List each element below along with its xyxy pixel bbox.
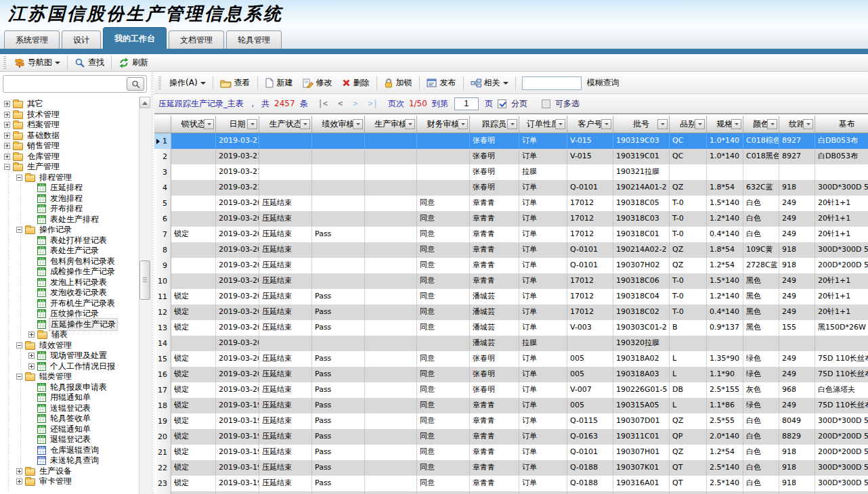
expand-plus-icon[interactable] (4, 112, 10, 118)
cell-财务审核[interactable]: 同意 (417, 460, 470, 476)
cell-批号[interactable]: 190214A01-2 (613, 180, 670, 196)
filter-dropdown-button[interactable] (695, 119, 705, 129)
last-page-button[interactable]: >| (368, 99, 377, 108)
tree-item-label[interactable]: 表处生产记录 (49, 245, 100, 256)
cell-财务审核[interactable] (417, 133, 470, 149)
cell-基布[interactable]: 200D*200D 52 (815, 429, 868, 445)
cell-绩效审核[interactable]: Pass (312, 227, 365, 242)
column-header-日期[interactable]: 日期 (216, 116, 259, 133)
cell-绩效审核[interactable]: Pass (312, 491, 365, 494)
cell-生产审核[interactable] (365, 460, 417, 476)
cell-财务审核[interactable]: 同意 (417, 227, 470, 242)
table-row[interactable]: 142019-03-20潘城芸拉膜190320拉膜 (154, 336, 868, 351)
cell-日期[interactable]: 2019-03-19 (216, 460, 259, 476)
cell-规格[interactable]: 1.0*140 (707, 133, 743, 149)
table-row[interactable]: 62019-03-20压延结束同意章青青订单17012190318C03T-01… (154, 211, 868, 227)
first-page-button[interactable]: |< (318, 99, 328, 108)
cell-颜色[interactable]: 白色 (743, 460, 779, 476)
cell-生产状态[interactable]: 压延结束 (259, 429, 312, 445)
tree-item-label[interactable]: 送辊登记表 (49, 403, 92, 414)
tree-item-送辊登记表[interactable]: 送辊登记表 (0, 403, 150, 414)
cell-基布[interactable]: 20针1+1 (815, 211, 868, 227)
cell-规格[interactable]: 1.2*54 (707, 445, 743, 460)
cell-批号[interactable]: 190226G01-5 (613, 382, 670, 398)
tree-item-包料房包料记录表[interactable]: 包料房包料记录表 (0, 256, 150, 267)
tree-item-发泡收卷记录表[interactable]: 发泡收卷记录表 (0, 288, 150, 298)
tree-item-label[interactable]: 发泡排程 (49, 193, 84, 204)
tree-item-label[interactable]: 发泡上料记录表 (49, 277, 108, 288)
cell-客户号[interactable]: Q-0163 (567, 429, 613, 445)
cell-颜色[interactable]: 2728C蓝 (743, 258, 779, 273)
row-number-cell[interactable]: 16 (154, 367, 171, 382)
cell-基布[interactable]: 白DB053布 (815, 149, 868, 164)
cell-日期[interactable]: 2019-03-20 (216, 305, 259, 320)
tree-item-档案管理[interactable]: 档案管理 (0, 120, 150, 131)
expand-plus-icon[interactable] (28, 353, 35, 359)
cell-纹路[interactable]: 249 (779, 273, 815, 289)
collapse-minus-icon[interactable] (16, 175, 22, 181)
cell-锁状态[interactable]: 锁定 (171, 320, 216, 336)
cell-财务审核[interactable]: 同意 (417, 445, 470, 460)
cell-财务审核[interactable]: 同意 (417, 398, 470, 413)
filter-dropdown-button[interactable] (803, 119, 813, 129)
cell-跟踪员[interactable]: 章青青 (470, 445, 519, 460)
tree-item-label[interactable]: 退辊登记表 (49, 434, 92, 445)
cell-日期[interactable]: 2019-03-21 (216, 180, 259, 196)
cell-规格[interactable]: 2.5*55 (707, 413, 743, 429)
cell-品别[interactable]: QZ (670, 413, 707, 429)
cell-生产状态[interactable]: 压延结束 (259, 445, 312, 460)
cell-跟踪员[interactable]: 张春明 (470, 133, 519, 149)
tree-item-发泡排程[interactable]: 发泡排程 (0, 194, 150, 204)
cell-品别[interactable]: L (670, 367, 707, 382)
cell-财务审核[interactable]: 同意 (417, 289, 470, 305)
cell-财务审核[interactable]: 同意 (417, 320, 470, 336)
cell-基布[interactable]: 200D*200D 52 (815, 258, 868, 273)
collapse-minus-icon[interactable] (4, 164, 10, 170)
cell-锁状态[interactable]: 锁定 (171, 227, 216, 242)
table-row[interactable]: 16锁定2019-03-20压延结束Pass同意张春明订单005190318A0… (154, 367, 868, 382)
cell-绩效审核[interactable]: Pass (312, 398, 365, 413)
cell-品别[interactable]: QC (670, 133, 707, 149)
cell-品别[interactable]: QC (670, 149, 707, 164)
cell-跟踪员[interactable]: 章青青 (470, 242, 519, 258)
tree-item-其它[interactable]: 其它 (0, 99, 150, 110)
cell-规格[interactable]: 1.2*54 (707, 258, 743, 273)
tree-item-label[interactable]: 生产管理 (26, 161, 61, 173)
table-row[interactable]: 17锁定2019-03-20压延结束Pass同意张春明订单V-007190226… (154, 382, 868, 398)
cell-生产审核[interactable] (365, 149, 417, 164)
table-row[interactable]: 15锁定2019-03-20压延结束Pass同意张春明订单005190318A0… (154, 351, 868, 367)
cell-财务审核[interactable]: 同意 (417, 367, 470, 382)
cell-客户号[interactable] (567, 164, 613, 180)
cell-规格[interactable]: 2.5*155 (707, 382, 743, 398)
cell-跟踪员[interactable]: 章青青 (470, 196, 519, 211)
cell-品别[interactable]: T-0 (670, 273, 707, 289)
cell-订单性质[interactable]: 订单 (519, 180, 567, 196)
cell-基布[interactable]: 20针1+1 (815, 196, 868, 211)
cell-跟踪员[interactable]: 张春明 (470, 180, 519, 196)
fuzzy-search-input[interactable] (522, 76, 582, 90)
cell-生产审核[interactable] (365, 211, 417, 227)
cell-规格[interactable]: 1.5*140 (707, 273, 743, 289)
cell-绩效审核[interactable] (312, 242, 365, 258)
tree-item-退辊登记表[interactable]: 退辊登记表 (0, 434, 150, 445)
lock-button[interactable]: 加锁 (379, 76, 417, 90)
cell-财务审核[interactable]: 同意 (417, 491, 470, 494)
view-button[interactable]: 查看 (215, 76, 255, 90)
cell-颜色[interactable]: 灰色 (743, 382, 779, 398)
cell-跟踪员[interactable]: 张春明 (470, 367, 519, 382)
cell-生产状态[interactable] (259, 149, 312, 164)
row-number-cell[interactable]: 8 (154, 242, 171, 258)
table-row[interactable]: 13锁定2019-03-20压延结束Pass同意潘城芸订单V-003190303… (154, 320, 868, 336)
publish-button[interactable]: 发布 (422, 76, 461, 90)
tree-item-label[interactable]: 辊类管理 (38, 371, 73, 382)
cell-生产审核[interactable] (365, 491, 417, 494)
cell-品别[interactable]: QP (670, 429, 707, 445)
cell-颜色[interactable]: 绿色 (743, 367, 779, 382)
tree-item-现场管理及处置[interactable]: 现场管理及处置 (0, 351, 150, 361)
cell-颜色[interactable]: 109C黄 (743, 242, 779, 258)
cell-批号[interactable]: 190307H01 (613, 445, 670, 460)
tree-item-label[interactable]: 表处生产排程 (49, 214, 100, 225)
cell-规格[interactable]: 0.4*140 (707, 305, 743, 320)
tree-item-基础数据[interactable]: 基础数据 (0, 131, 150, 141)
tree-item-表处生产排程[interactable]: 表处生产排程 (0, 215, 150, 225)
